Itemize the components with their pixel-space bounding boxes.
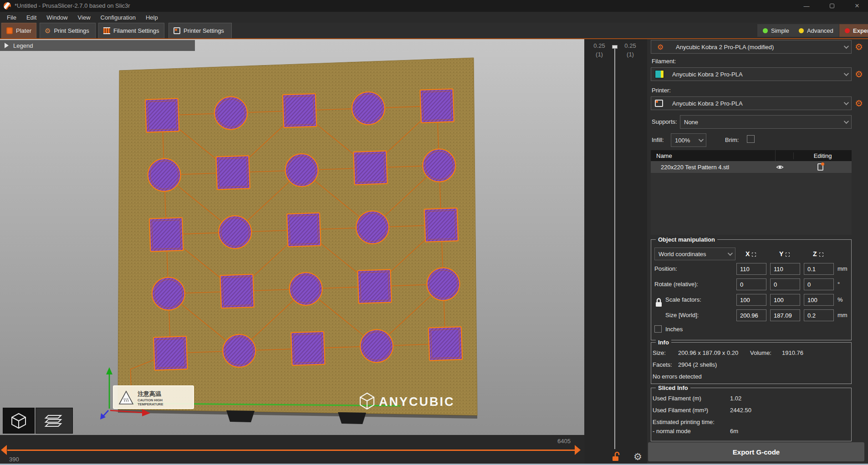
printer-preset-combo[interactable]: Anycubic Kobra 2 Pro-PLA (651, 96, 852, 110)
viewport-3d[interactable]: 注意高温 CAUTION HIGH TEMPERATURE ANYCUBIC L… (0, 39, 584, 435)
layer-slider-thumb[interactable] (612, 45, 618, 49)
info-volume-value: 1910.76 (782, 349, 803, 356)
export-gcode-button[interactable]: Export G-code (648, 442, 864, 461)
rotate-y-input[interactable] (770, 278, 800, 290)
visibility-toggle[interactable] (771, 164, 789, 170)
scale-z-input[interactable] (804, 294, 834, 306)
printed-square (429, 327, 462, 360)
printer-icon (174, 27, 180, 34)
used-filament-m-label: Used Filament (m) (653, 395, 701, 402)
menu-view[interactable]: View (73, 13, 96, 22)
scale-x-input[interactable] (736, 294, 766, 306)
rotate-x-input[interactable] (736, 278, 766, 290)
position-z-input[interactable] (804, 263, 834, 275)
slider-settings-gear-icon[interactable]: ⚙ (633, 451, 642, 462)
supports-combo[interactable]: None (680, 115, 852, 129)
prusaslicer-logo-icon (4, 2, 11, 10)
info-facets-label: Facets: (653, 361, 672, 368)
brim-checkbox[interactable] (747, 135, 755, 143)
size-z-input[interactable] (804, 309, 834, 321)
size-y-input[interactable] (770, 309, 800, 321)
move-slider-track[interactable] (7, 450, 575, 451)
printer-preset-icon (655, 100, 663, 107)
mode-advanced-button[interactable]: Advanced (793, 24, 839, 37)
svg-text:TEMPERATURE: TEMPERATURE (138, 402, 163, 406)
layer-slider-lower-layer: (1) (592, 51, 607, 58)
editing-cell[interactable] (789, 163, 852, 171)
coordinates-combo[interactable]: World coordinates (654, 248, 735, 260)
printed-circle (422, 148, 456, 182)
close-button[interactable]: × (846, 0, 868, 12)
legend-bar[interactable]: Legend (0, 40, 195, 51)
tab-plater[interactable]: Plater (1, 23, 36, 38)
tab-print-settings[interactable]: ⚙ Print Settings (40, 23, 96, 38)
mode-expert-button[interactable]: Expert (839, 24, 868, 37)
filament-preset-combo[interactable]: Anycubic Kobra 2 Pro-PLA (651, 67, 852, 81)
mode-simple-button[interactable]: Simple (757, 24, 795, 37)
info-volume-label: Volume: (750, 349, 771, 356)
chevron-down-icon (699, 137, 704, 142)
slider-unlock-icon[interactable] (612, 451, 620, 462)
column-name: Name (651, 152, 775, 159)
layer-slider-upper-value: 0.25 (623, 42, 638, 49)
printed-square (287, 213, 321, 247)
move-slider-min-label: 390 (9, 456, 19, 463)
menu-edit[interactable]: Edit (21, 13, 41, 22)
menu-window[interactable]: Window (41, 13, 72, 22)
infill-combo[interactable]: 100% (671, 133, 706, 147)
bed-scene: 注意高温 CAUTION HIGH TEMPERATURE ANYCUBIC (0, 39, 584, 435)
column-editing: Editing (793, 152, 852, 159)
print-settings-button[interactable]: ⚙ (853, 41, 865, 53)
z-axis-header: Z (813, 250, 823, 258)
bed-clip-left (226, 410, 255, 422)
uniform-scale-lock-icon[interactable] (655, 298, 663, 308)
info-facets-value: 2904 (2 shells) (678, 361, 717, 368)
printed-circle (218, 215, 252, 249)
printed-square (220, 274, 254, 308)
object-name: 220x220 Test Pattern 4.stl (651, 164, 771, 171)
cube-icon (10, 412, 28, 430)
chevron-down-icon (844, 71, 849, 76)
restore-button[interactable] (821, 0, 843, 12)
move-slider-right-handle[interactable] (575, 445, 581, 455)
infill-value: 100% (675, 137, 699, 144)
printed-circle (152, 277, 185, 310)
filament-spool-icon (103, 27, 110, 34)
size-x-input[interactable] (736, 309, 766, 321)
supports-value: None (684, 119, 844, 126)
object-list-header: Name Editing (651, 150, 852, 161)
info-legend: Info (656, 339, 671, 346)
position-y-input[interactable] (770, 263, 800, 275)
filament-settings-button[interactable]: ⚙ (853, 68, 865, 80)
view-3d-editor-button[interactable] (3, 408, 35, 434)
object-row[interactable]: 220x220 Test Pattern 4.stl (651, 161, 852, 173)
sliced-info-legend: Sliced Info (656, 384, 690, 391)
y-axis-box-icon[interactable] (786, 253, 790, 257)
menu-file[interactable]: File (2, 13, 21, 22)
editing-layers-icon (817, 163, 823, 171)
tab-printer-settings[interactable]: Printer Settings (168, 23, 232, 38)
scale-y-input[interactable] (770, 294, 800, 306)
used-filament-mm3-value: 2442.50 (730, 407, 751, 414)
menu-configuration[interactable]: Configuration (96, 13, 141, 22)
window-title: *Untitled - PrusaSlicer-2.7.0 based on S… (15, 2, 130, 9)
x-axis-box-icon[interactable] (752, 253, 756, 257)
tab-filament-settings[interactable]: Filament Settings (98, 23, 164, 38)
printer-label: Printer: (652, 87, 671, 94)
print-preset-value: Anycubic Kobra 2 Pro-PLA (modified) (676, 44, 844, 51)
menu-help[interactable]: Help (141, 13, 163, 22)
view-sliced-preview-button[interactable] (36, 408, 73, 434)
print-preset-combo[interactable]: ⚙ Anycubic Kobra 2 Pro-PLA (modified) (651, 40, 852, 54)
printer-settings-button[interactable]: ⚙ (853, 97, 865, 109)
used-filament-m-value: 1.02 (730, 395, 741, 402)
move-slider-left-handle[interactable] (1, 445, 7, 455)
position-x-input[interactable] (736, 263, 766, 275)
inches-checkbox[interactable] (654, 325, 662, 333)
print-preset-gear-icon: ⚙ (655, 41, 666, 53)
minimize-button[interactable]: — (796, 0, 817, 12)
filament-preset-value: Anycubic Kobra 2 Pro-PLA (672, 71, 844, 78)
printed-circle (426, 267, 460, 301)
z-axis-box-icon[interactable] (819, 253, 823, 257)
layer-slider-track[interactable] (614, 46, 615, 449)
rotate-z-input[interactable] (804, 278, 834, 290)
